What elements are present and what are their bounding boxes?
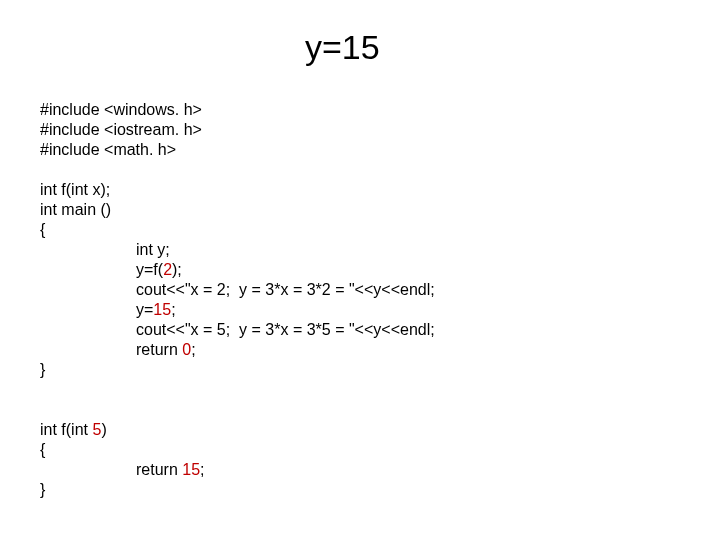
f-close-brace: } <box>40 481 45 498</box>
code-block: #include <windows. h> #include <iostream… <box>40 80 435 500</box>
close-brace: } <box>40 361 45 378</box>
f-open-brace: { <box>40 441 45 458</box>
include-line-1: #include <windows. h> <box>40 101 202 118</box>
slide-title: y=15 <box>305 28 380 67</box>
stmt-y-f-end: ); <box>172 261 182 278</box>
f-return-post: ; <box>200 461 204 478</box>
stmt-return0-pre: return <box>136 341 182 358</box>
include-line-3: #include <math. h> <box>40 141 176 158</box>
f-sig-post: ) <box>101 421 106 438</box>
f-return-pre: return <box>136 461 182 478</box>
include-line-2: #include <iostream. h> <box>40 121 202 138</box>
stmt-y15-pre: y= <box>136 301 153 318</box>
main-signature: int main () <box>40 201 111 218</box>
slide: y=15 #include <windows. h> #include <ios… <box>0 0 720 540</box>
func-prototype: int f(int x); <box>40 181 110 198</box>
f-sig-pre: int f(int <box>40 421 92 438</box>
stmt-int-y: int y; <box>136 241 170 258</box>
stmt-return0-val: 0 <box>182 341 191 358</box>
stmt-return0-post: ; <box>191 341 195 358</box>
stmt-y-f-pre: y=f( <box>136 261 163 278</box>
stmt-y15-post: ; <box>171 301 175 318</box>
stmt-y15-val: 15 <box>153 301 171 318</box>
stmt-cout-2: cout<<"x = 5; y = 3*x = 3*5 = "<<y<<endl… <box>136 321 435 338</box>
open-brace: { <box>40 221 45 238</box>
stmt-cout-1: cout<<"x = 2; y = 3*x = 3*2 = "<<y<<endl… <box>136 281 435 298</box>
stmt-y-f-arg: 2 <box>163 261 172 278</box>
f-return-val: 15 <box>182 461 200 478</box>
